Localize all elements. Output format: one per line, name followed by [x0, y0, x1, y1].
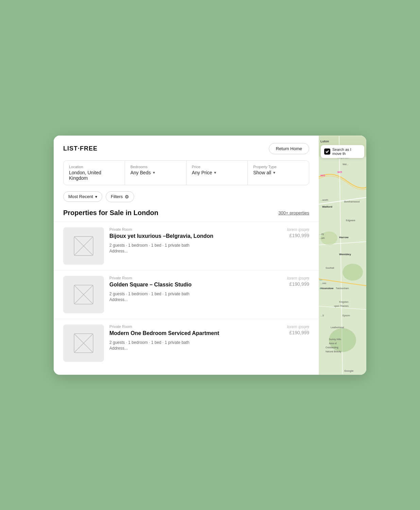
bedrooms-label: Bedrooms	[130, 165, 181, 169]
listing-type: Private Room	[109, 324, 282, 329]
property-type-label: Property Type	[253, 165, 303, 169]
app-container: LIST·FREE Return Home Location London, U…	[54, 136, 366, 375]
svg-text:Natural Beauty: Natural Beauty	[326, 350, 342, 353]
map-panel: Luton K... Harpenden Wel... ...worth Wat…	[319, 136, 366, 375]
svg-text:Surrey Hills: Surrey Hills	[329, 338, 341, 341]
listings-list: Private Room Bijoux yet luxurious –Belgr…	[54, 222, 319, 367]
svg-text:Outstanding: Outstanding	[326, 346, 338, 349]
bedrooms-chevron-icon: ▾	[153, 170, 155, 175]
filter-button[interactable]: Filters ⚙	[106, 191, 134, 202]
bedrooms-field[interactable]: Bedrooms Any Beds ▾	[125, 161, 187, 185]
listing-title[interactable]: Modern One Bedroom Serviced Apartment	[109, 330, 282, 337]
listing-details: 2 guests · 1 bedroom · 1 bed · 1 private…	[109, 243, 282, 248]
properties-count[interactable]: 300+ properties	[278, 210, 309, 215]
listing-type: Private Room	[109, 276, 282, 280]
map-container: Luton K... Harpenden Wel... ...worth Wat…	[319, 136, 366, 375]
image-placeholder-icon	[73, 236, 94, 256]
listing-image	[63, 227, 104, 265]
svg-text:Luton: Luton	[320, 140, 329, 143]
image-placeholder-icon	[73, 284, 94, 305]
svg-text:M4: M4	[319, 279, 322, 281]
svg-text:...ark: ...ark	[319, 237, 325, 239]
svg-text:Harrow: Harrow	[339, 236, 349, 239]
svg-text:Kingston: Kingston	[339, 301, 348, 303]
filter-sliders-icon: ⚙	[125, 194, 129, 199]
svg-text:Epsom: Epsom	[343, 314, 350, 317]
filter-label: Filters	[111, 194, 123, 199]
listing-type: Private Room	[109, 227, 282, 231]
listing-address: Address...	[109, 297, 282, 302]
property-type-value[interactable]: Show all ▾	[253, 170, 303, 175]
property-type-field[interactable]: Property Type Show all ▾	[248, 161, 309, 185]
listing-card: Private Room Modern One Bedroom Serviced…	[54, 319, 319, 367]
svg-text:...ey: ...ey	[319, 233, 324, 235]
return-home-button[interactable]: Return Home	[269, 143, 309, 154]
price-label: Price	[192, 165, 242, 169]
svg-text:Twickenham: Twickenham	[336, 287, 349, 289]
svg-text:Borehamwood: Borehamwood	[344, 200, 360, 203]
sort-button[interactable]: Most Recent ▾	[63, 191, 102, 202]
price-chevron-icon: ▾	[214, 170, 216, 175]
listing-card: Private Room Bijoux yet luxurious –Belgr…	[54, 222, 319, 270]
price-field[interactable]: Price Any Price ▾	[187, 161, 248, 185]
svg-text:Hounslow: Hounslow	[320, 287, 334, 290]
location-value[interactable]: London, United Kingdom	[69, 170, 119, 181]
listing-details: 2 guests · 1 bedroom · 1 bed · 1 private…	[109, 340, 282, 345]
favorite-button[interactable]: ♡	[303, 228, 309, 235]
svg-text:Google: Google	[344, 369, 354, 372]
main-layout: LIST·FREE Return Home Location London, U…	[54, 136, 366, 375]
favorite-button[interactable]: ♡	[303, 277, 309, 283]
listing-image	[63, 276, 104, 313]
search-as-move-label: Search as I move th	[332, 147, 361, 156]
location-field[interactable]: Location London, United Kingdom	[64, 161, 125, 185]
svg-text:Leatherhead: Leatherhead	[331, 326, 344, 329]
left-panel: LIST·FREE Return Home Location London, U…	[54, 136, 319, 375]
location-label: Location	[69, 165, 119, 169]
svg-point-17	[343, 264, 363, 281]
search-as-move-checkbox[interactable]	[324, 148, 330, 155]
listing-image	[63, 324, 104, 362]
svg-text:M25: M25	[337, 171, 342, 173]
svg-text:Southall: Southall	[326, 267, 334, 269]
svg-text:Wembley: Wembley	[339, 253, 351, 256]
filters-row: Most Recent ▾ Filters ⚙	[54, 191, 319, 208]
listing-title[interactable]: Bijoux yet luxurious –Belgravia, London	[109, 233, 282, 240]
logo: LIST·FREE	[63, 145, 98, 152]
sort-chevron-icon: ▾	[95, 194, 97, 199]
price-value[interactable]: Any Price ▾	[192, 170, 242, 175]
svg-text:Wel...: Wel...	[343, 163, 349, 165]
image-placeholder-icon	[73, 333, 94, 353]
listing-details: 2 guests · 1 bedroom · 1 bed · 1 private…	[109, 292, 282, 296]
listing-address: Address...	[109, 346, 282, 351]
search-bar: Location London, United Kingdom Bedrooms…	[63, 160, 309, 185]
favorite-button[interactable]: ♡	[303, 325, 309, 332]
properties-title: Properties for Sale in London	[63, 209, 158, 217]
property-type-chevron-icon: ▾	[273, 170, 275, 175]
search-as-move-bar: Search as I move th	[319, 145, 366, 158]
bedrooms-value[interactable]: Any Beds ▾	[130, 170, 181, 175]
listing-info: Private Room Golden Square – Classic Stu…	[109, 276, 282, 302]
listing-card: Private Room Golden Square – Classic Stu…	[54, 270, 319, 319]
map-svg: Luton K... Harpenden Wel... ...worth Wat…	[319, 136, 366, 375]
listing-info: Private Room Bijoux yet luxurious –Belgr…	[109, 227, 282, 254]
listing-title[interactable]: Golden Square – Classic Studio	[109, 281, 282, 288]
header: LIST·FREE Return Home	[54, 136, 319, 160]
svg-text:Watford: Watford	[322, 205, 332, 208]
svg-text:...S: ...S	[320, 314, 324, 317]
svg-text:Edgware: Edgware	[346, 219, 355, 222]
sort-label: Most Recent	[68, 194, 93, 199]
svg-text:M3: M3	[319, 287, 322, 289]
properties-header: Properties for Sale in London 300+ prope…	[54, 208, 319, 222]
svg-text:M25: M25	[320, 174, 325, 177]
svg-text:upon Thames: upon Thames	[334, 305, 349, 307]
search-as-move-widget[interactable]: Search as I move th	[321, 145, 364, 158]
svg-text:...worth: ...worth	[320, 199, 328, 201]
checkmark-icon	[325, 150, 329, 154]
svg-text:Area of: Area of	[329, 342, 337, 345]
listing-address: Address...	[109, 249, 282, 253]
svg-text:...nes: ...nes	[320, 282, 327, 284]
listing-info: Private Room Modern One Bedroom Serviced…	[109, 324, 282, 351]
